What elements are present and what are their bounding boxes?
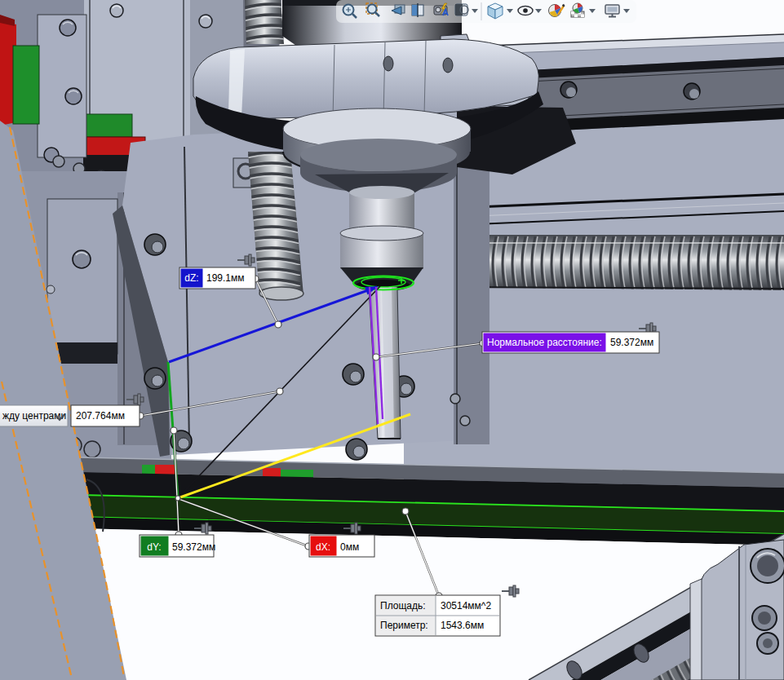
area-perimeter-callout[interactable]: Площадь: 30514мм^2 Периметр: 1543.6мм xyxy=(375,595,500,636)
rail-hole xyxy=(684,83,700,99)
dy-value: 59.372мм xyxy=(172,541,215,553)
normal-distance-label: Нормальное расстояние: xyxy=(487,337,602,348)
dx-label: dX: xyxy=(316,541,330,553)
spindle-flange xyxy=(193,39,538,119)
dx-callout[interactable]: dX: 0мм xyxy=(309,535,374,557)
viewport-3d[interactable]: dZ: 199.1мм Нормальное расстояние: 59.37… xyxy=(0,0,784,680)
limit-block-green xyxy=(13,46,39,124)
normal-distance-value: 59.372мм xyxy=(610,337,653,348)
rail-block-green xyxy=(85,114,132,137)
perimeter-label: Периметр: xyxy=(380,620,428,631)
dz-value: 199.1мм xyxy=(206,272,245,284)
dx-value: 0мм xyxy=(340,541,359,553)
hide-show-items-icon[interactable] xyxy=(518,7,533,15)
dz-callout[interactable]: dZ: 199.1мм xyxy=(179,267,255,289)
rail-hole xyxy=(560,82,577,98)
normal-distance-callout[interactable]: Нормальное расстояние: 59.372мм xyxy=(482,332,659,353)
area-label: Площадь: xyxy=(380,600,426,612)
heads-up-toolbar xyxy=(336,0,636,23)
dz-label: dZ: xyxy=(184,272,198,284)
dy-label: dY: xyxy=(147,541,161,553)
dy-callout[interactable]: dY: 59.372мм xyxy=(140,535,215,557)
area-value: 30514мм^2 xyxy=(441,600,492,612)
between-centers-value: 207.764мм xyxy=(76,410,125,422)
section-view-icon[interactable] xyxy=(412,3,423,17)
perimeter-value: 1543.6мм xyxy=(441,620,484,631)
display-style-icon[interactable] xyxy=(455,4,468,15)
